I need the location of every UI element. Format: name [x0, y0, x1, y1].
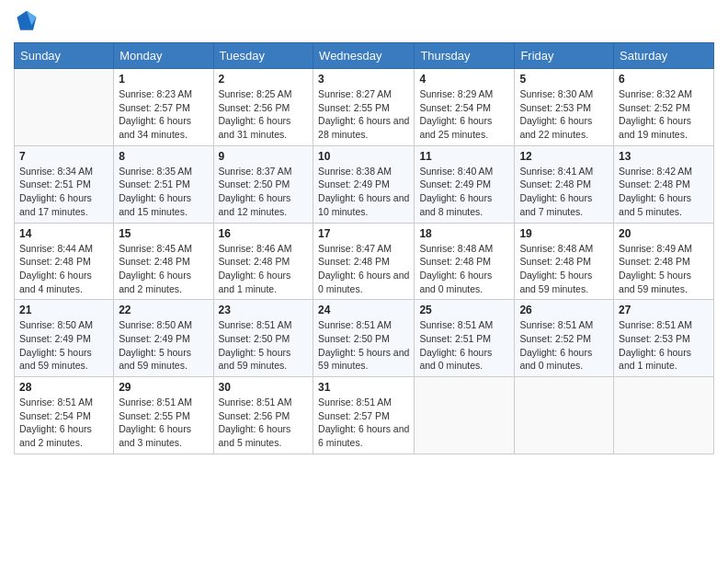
- day-number: 20: [619, 227, 709, 240]
- day-number: 17: [318, 227, 409, 240]
- day-number: 8: [119, 150, 208, 163]
- day-number: 12: [519, 150, 609, 163]
- day-number: 11: [419, 150, 509, 163]
- day-info: Sunrise: 8:51 AMSunset: 2:54 PMDaylight:…: [19, 396, 108, 450]
- day-info: Sunrise: 8:25 AMSunset: 2:56 PMDaylight:…: [219, 87, 309, 142]
- day-info: Sunrise: 8:46 AMSunset: 2:48 PMDaylight:…: [219, 242, 309, 296]
- day-info: Sunrise: 8:50 AMSunset: 2:49 PMDaylight:…: [19, 318, 108, 373]
- calendar-cell: 18Sunrise: 8:48 AMSunset: 2:48 PMDayligh…: [415, 223, 515, 300]
- calendar-cell: 29Sunrise: 8:51 AMSunset: 2:55 PMDayligh…: [114, 377, 213, 454]
- day-info: Sunrise: 8:47 AMSunset: 2:48 PMDaylight:…: [318, 242, 409, 296]
- calendar-cell: 5Sunrise: 8:30 AMSunset: 2:53 PMDaylight…: [515, 69, 614, 146]
- day-number: 27: [619, 304, 709, 316]
- logo: [14, 9, 43, 35]
- day-info: Sunrise: 8:50 AMSunset: 2:49 PMDaylight:…: [119, 318, 208, 373]
- calendar-cell: 12Sunrise: 8:41 AMSunset: 2:48 PMDayligh…: [515, 145, 614, 223]
- calendar-cell: 31Sunrise: 8:51 AMSunset: 2:57 PMDayligh…: [313, 377, 415, 454]
- day-info: Sunrise: 8:40 AMSunset: 2:49 PMDaylight:…: [419, 165, 509, 219]
- day-info: Sunrise: 8:51 AMSunset: 2:57 PMDaylight:…: [318, 396, 409, 450]
- calendar-cell: 7Sunrise: 8:34 AMSunset: 2:51 PMDaylight…: [15, 145, 114, 223]
- calendar-cell: 14Sunrise: 8:44 AMSunset: 2:48 PMDayligh…: [15, 223, 114, 300]
- day-info: Sunrise: 8:44 AMSunset: 2:48 PMDaylight:…: [19, 242, 108, 296]
- calendar-cell: 28Sunrise: 8:51 AMSunset: 2:54 PMDayligh…: [15, 377, 114, 454]
- day-number: 1: [119, 73, 208, 86]
- day-number: 24: [318, 304, 409, 316]
- day-number: 25: [419, 304, 509, 316]
- day-number: 2: [219, 73, 309, 86]
- day-number: 15: [119, 227, 208, 240]
- calendar-cell: 26Sunrise: 8:51 AMSunset: 2:52 PMDayligh…: [515, 300, 614, 377]
- calendar-cell: 8Sunrise: 8:35 AMSunset: 2:51 PMDaylight…: [114, 145, 213, 223]
- day-number: 16: [219, 227, 309, 240]
- day-info: Sunrise: 8:35 AMSunset: 2:51 PMDaylight:…: [119, 165, 208, 219]
- day-info: Sunrise: 8:51 AMSunset: 2:55 PMDaylight:…: [119, 396, 208, 450]
- weekday-header: Wednesday: [313, 43, 415, 69]
- calendar-cell: 20Sunrise: 8:49 AMSunset: 2:48 PMDayligh…: [614, 223, 714, 300]
- day-info: Sunrise: 8:23 AMSunset: 2:57 PMDaylight:…: [119, 87, 208, 142]
- calendar-week-row: 28Sunrise: 8:51 AMSunset: 2:54 PMDayligh…: [15, 377, 714, 454]
- day-number: 3: [318, 73, 409, 86]
- day-info: Sunrise: 8:42 AMSunset: 2:48 PMDaylight:…: [619, 165, 709, 219]
- day-number: 30: [219, 381, 309, 394]
- day-info: Sunrise: 8:48 AMSunset: 2:48 PMDaylight:…: [419, 242, 509, 296]
- calendar-cell: 27Sunrise: 8:51 AMSunset: 2:53 PMDayligh…: [614, 300, 714, 377]
- calendar-cell: 1Sunrise: 8:23 AMSunset: 2:57 PMDaylight…: [114, 69, 213, 146]
- day-info: Sunrise: 8:41 AMSunset: 2:48 PMDaylight:…: [519, 165, 609, 219]
- calendar-cell: 25Sunrise: 8:51 AMSunset: 2:51 PMDayligh…: [415, 300, 515, 377]
- weekday-header-row: SundayMondayTuesdayWednesdayThursdayFrid…: [15, 43, 714, 69]
- weekday-header: Friday: [515, 43, 614, 69]
- day-number: 26: [519, 304, 609, 316]
- day-info: Sunrise: 8:51 AMSunset: 2:53 PMDaylight:…: [619, 318, 709, 373]
- calendar-cell: 15Sunrise: 8:45 AMSunset: 2:48 PMDayligh…: [114, 223, 213, 300]
- day-number: 31: [318, 381, 409, 394]
- calendar-cell: 6Sunrise: 8:32 AMSunset: 2:52 PMDaylight…: [614, 69, 714, 146]
- weekday-header: Tuesday: [213, 43, 313, 69]
- day-info: Sunrise: 8:51 AMSunset: 2:50 PMDaylight:…: [219, 318, 309, 373]
- calendar-week-row: 21Sunrise: 8:50 AMSunset: 2:49 PMDayligh…: [15, 300, 714, 377]
- day-number: 9: [219, 150, 309, 163]
- day-info: Sunrise: 8:38 AMSunset: 2:49 PMDaylight:…: [318, 165, 409, 219]
- day-info: Sunrise: 8:51 AMSunset: 2:51 PMDaylight:…: [419, 318, 509, 373]
- day-info: Sunrise: 8:32 AMSunset: 2:52 PMDaylight:…: [619, 87, 709, 142]
- weekday-header: Saturday: [614, 43, 714, 69]
- day-number: 7: [19, 150, 108, 163]
- day-info: Sunrise: 8:45 AMSunset: 2:48 PMDaylight:…: [119, 242, 208, 296]
- day-info: Sunrise: 8:51 AMSunset: 2:56 PMDaylight:…: [219, 396, 309, 450]
- calendar-cell: 17Sunrise: 8:47 AMSunset: 2:48 PMDayligh…: [313, 223, 415, 300]
- calendar-cell: 16Sunrise: 8:46 AMSunset: 2:48 PMDayligh…: [213, 223, 313, 300]
- calendar-week-row: 14Sunrise: 8:44 AMSunset: 2:48 PMDayligh…: [15, 223, 714, 300]
- calendar-cell: 13Sunrise: 8:42 AMSunset: 2:48 PMDayligh…: [614, 145, 714, 223]
- calendar-cell: 24Sunrise: 8:51 AMSunset: 2:50 PMDayligh…: [313, 300, 415, 377]
- day-number: 23: [219, 304, 309, 316]
- weekday-header: Monday: [114, 43, 213, 69]
- calendar-cell: 9Sunrise: 8:37 AMSunset: 2:50 PMDaylight…: [213, 145, 313, 223]
- logo-icon: [14, 9, 40, 35]
- day-info: Sunrise: 8:30 AMSunset: 2:53 PMDaylight:…: [519, 87, 609, 142]
- day-info: Sunrise: 8:51 AMSunset: 2:52 PMDaylight:…: [519, 318, 609, 373]
- day-info: Sunrise: 8:51 AMSunset: 2:50 PMDaylight:…: [318, 318, 409, 373]
- day-number: 28: [19, 381, 108, 394]
- day-number: 29: [119, 381, 208, 394]
- day-number: 5: [519, 73, 609, 86]
- calendar-table: SundayMondayTuesdayWednesdayThursdayFrid…: [14, 42, 714, 454]
- calendar-cell: 30Sunrise: 8:51 AMSunset: 2:56 PMDayligh…: [213, 377, 313, 454]
- day-info: Sunrise: 8:49 AMSunset: 2:48 PMDaylight:…: [619, 242, 709, 296]
- weekday-header: Sunday: [15, 43, 114, 69]
- calendar-cell: [515, 377, 614, 454]
- day-number: 10: [318, 150, 409, 163]
- day-info: Sunrise: 8:48 AMSunset: 2:48 PMDaylight:…: [519, 242, 609, 296]
- calendar-cell: 19Sunrise: 8:48 AMSunset: 2:48 PMDayligh…: [515, 223, 614, 300]
- calendar-cell: 11Sunrise: 8:40 AMSunset: 2:49 PMDayligh…: [415, 145, 515, 223]
- calendar-cell: [415, 377, 515, 454]
- day-info: Sunrise: 8:34 AMSunset: 2:51 PMDaylight:…: [19, 165, 108, 219]
- calendar-cell: 4Sunrise: 8:29 AMSunset: 2:54 PMDaylight…: [415, 69, 515, 146]
- weekday-header: Thursday: [415, 43, 515, 69]
- day-number: 21: [19, 304, 108, 316]
- calendar-cell: [614, 377, 714, 454]
- calendar-cell: 3Sunrise: 8:27 AMSunset: 2:55 PMDaylight…: [313, 69, 415, 146]
- calendar-week-row: 1Sunrise: 8:23 AMSunset: 2:57 PMDaylight…: [15, 69, 714, 146]
- day-info: Sunrise: 8:29 AMSunset: 2:54 PMDaylight:…: [419, 87, 509, 142]
- day-number: 19: [519, 227, 609, 240]
- calendar-week-row: 7Sunrise: 8:34 AMSunset: 2:51 PMDaylight…: [15, 145, 714, 223]
- calendar-cell: 22Sunrise: 8:50 AMSunset: 2:49 PMDayligh…: [114, 300, 213, 377]
